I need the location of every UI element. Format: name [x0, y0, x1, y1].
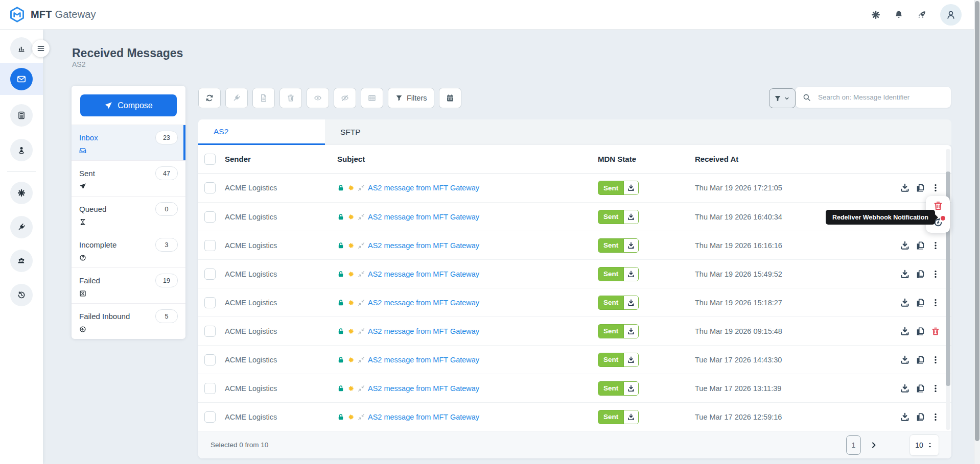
copy-message-button[interactable]: [916, 327, 925, 336]
rail-item-integrations[interactable]: [10, 216, 33, 238]
more-actions-kebab-button[interactable]: [931, 241, 940, 250]
mdn-download-segment[interactable]: [623, 325, 638, 338]
mdn-state-badge[interactable]: Sent: [598, 324, 639, 338]
whats-new-button[interactable]: [917, 10, 926, 19]
table-row[interactable]: ACME Logistics AS2 message from MFT Gate…: [198, 402, 951, 431]
window-scrollbar-thumb[interactable]: [975, 1, 979, 441]
table-row[interactable]: ACME Logistics AS2 message from MFT Gate…: [198, 174, 951, 202]
folder-failed-inbound[interactable]: Failed Inbound 5: [72, 303, 185, 339]
table-row[interactable]: ACME Logistics AS2 message from MFT Gate…: [198, 316, 951, 345]
mdn-download-segment[interactable]: [623, 239, 638, 252]
folder-queued[interactable]: Queued 0: [72, 196, 185, 232]
table-row[interactable]: ACME Logistics AS2 message from MFT Gate…: [198, 231, 951, 259]
resend-button[interactable]: [225, 88, 248, 108]
copy-message-button[interactable]: [916, 183, 925, 192]
menu-delete-button[interactable]: [933, 201, 943, 211]
row-checkbox[interactable]: [204, 211, 216, 223]
copy-message-button[interactable]: [916, 298, 925, 307]
mdn-state-badge[interactable]: Sent: [598, 181, 639, 195]
subject-link[interactable]: AS2 message from MFT Gateway: [368, 356, 479, 364]
mdn-download-segment[interactable]: [623, 382, 638, 395]
download-message-button[interactable]: [900, 183, 909, 192]
sidebar-collapse-toggle[interactable]: [32, 40, 50, 57]
more-actions-kebab-button[interactable]: [931, 412, 940, 422]
row-checkbox[interactable]: [204, 411, 216, 423]
row-checkbox[interactable]: [204, 326, 216, 337]
profile-button[interactable]: [940, 4, 962, 26]
window-scrollbar[interactable]: [974, 0, 980, 464]
date-range-button[interactable]: [439, 88, 461, 108]
rail-item-messages[interactable]: [10, 68, 33, 90]
more-actions-kebab-button[interactable]: [931, 270, 940, 279]
subject-link[interactable]: AS2 message from MFT Gateway: [368, 384, 479, 393]
download-message-button[interactable]: [900, 298, 909, 307]
folder-inbox[interactable]: Inbox 23: [72, 125, 185, 160]
copy-message-button[interactable]: [916, 355, 925, 364]
copy-message-button[interactable]: [916, 384, 925, 393]
settings-button[interactable]: [871, 10, 880, 19]
notifications-button[interactable]: [894, 10, 903, 19]
mdn-state-badge[interactable]: Sent: [598, 296, 639, 310]
tab-as2[interactable]: AS2: [198, 119, 325, 145]
copy-message-button[interactable]: [916, 412, 925, 422]
refresh-button[interactable]: [198, 88, 221, 108]
row-checkbox[interactable]: [204, 354, 216, 365]
download-message-button[interactable]: [900, 355, 909, 364]
row-checkbox[interactable]: [204, 297, 216, 308]
folder-failed[interactable]: Failed 19: [72, 267, 185, 303]
filters-button[interactable]: Filters: [388, 88, 434, 108]
view-raw-button[interactable]: [252, 88, 275, 108]
row-checkbox[interactable]: [204, 240, 216, 251]
mdn-download-segment[interactable]: [623, 410, 638, 424]
download-message-button[interactable]: [900, 241, 909, 250]
mdn-state-badge[interactable]: Sent: [598, 267, 639, 281]
folder-sent[interactable]: Sent 47: [72, 160, 185, 196]
mdn-state-badge[interactable]: Sent: [598, 410, 639, 424]
delete-button[interactable]: [279, 88, 302, 108]
compose-button[interactable]: Compose: [80, 94, 177, 116]
mdn-state-badge[interactable]: Sent: [598, 353, 639, 367]
table-scrollbar[interactable]: [946, 149, 950, 430]
rail-item-partners[interactable]: [10, 139, 33, 161]
table-row[interactable]: ACME Logistics AS2 message from MFT Gate…: [198, 374, 951, 402]
mdn-state-badge[interactable]: Sent: [598, 210, 639, 224]
more-actions-kebab-button[interactable]: [931, 183, 940, 192]
subject-link[interactable]: AS2 message from MFT Gateway: [368, 270, 479, 278]
table-row[interactable]: ACME Logistics AS2 message from MFT Gate…: [198, 288, 951, 316]
mdn-download-segment[interactable]: [623, 353, 638, 367]
subject-link[interactable]: AS2 message from MFT Gateway: [368, 184, 479, 192]
subject-link[interactable]: AS2 message from MFT Gateway: [368, 213, 479, 221]
folder-incomplete[interactable]: Incomplete 3: [72, 232, 185, 267]
rail-item-dashboard[interactable]: [10, 37, 33, 60]
download-message-button[interactable]: [900, 384, 909, 393]
brand[interactable]: MFT Gateway: [9, 7, 96, 22]
select-all-checkbox[interactable]: [204, 154, 216, 165]
copy-message-button[interactable]: [916, 241, 925, 250]
rail-item-team[interactable]: [10, 250, 33, 272]
page-size-select[interactable]: 10: [909, 434, 939, 456]
mdn-download-segment[interactable]: [623, 181, 638, 194]
download-message-button[interactable]: [900, 270, 909, 279]
row-checkbox[interactable]: [204, 383, 216, 394]
more-actions-kebab-button[interactable]: [931, 355, 940, 364]
search-input[interactable]: [817, 93, 944, 102]
mdn-download-segment[interactable]: [623, 210, 638, 224]
delete-message-button[interactable]: [931, 327, 940, 336]
copy-message-button[interactable]: [916, 270, 925, 279]
download-message-button[interactable]: [900, 412, 909, 422]
download-message-button[interactable]: [900, 327, 909, 336]
subject-link[interactable]: AS2 message from MFT Gateway: [368, 413, 479, 421]
subject-link[interactable]: AS2 message from MFT Gateway: [368, 241, 479, 250]
subject-link[interactable]: AS2 message from MFT Gateway: [368, 327, 479, 335]
mdn-download-segment[interactable]: [623, 296, 638, 309]
columns-button[interactable]: [361, 88, 383, 108]
page-number-button[interactable]: 1: [846, 435, 861, 455]
mdn-state-badge[interactable]: Sent: [598, 238, 639, 253]
search-filter-dropdown[interactable]: [769, 88, 796, 108]
mdn-state-badge[interactable]: Sent: [598, 381, 639, 396]
mark-unread-button[interactable]: [334, 88, 356, 108]
more-actions-kebab-button[interactable]: [931, 298, 940, 307]
table-row[interactable]: ACME Logistics AS2 message from MFT Gate…: [198, 259, 951, 288]
tab-sftp[interactable]: SFTP: [325, 119, 452, 145]
rail-item-settings[interactable]: [10, 182, 33, 204]
